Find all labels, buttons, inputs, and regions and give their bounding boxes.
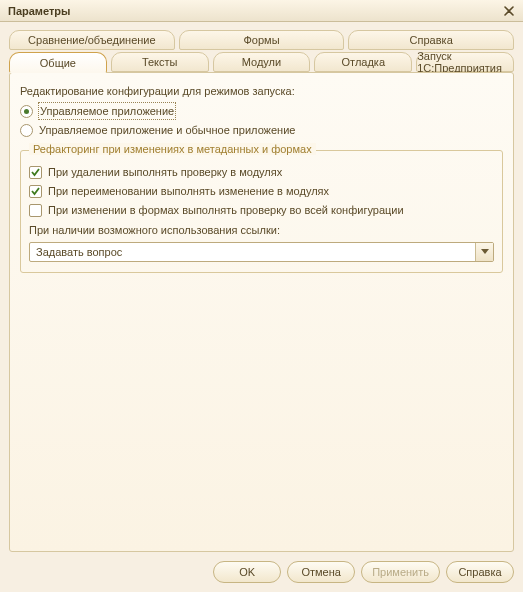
check-on-rename[interactable]: При переименовании выполнять изменение в… <box>29 183 494 199</box>
check-on-form-change[interactable]: При изменении в формах выполнять проверк… <box>29 202 494 218</box>
chevron-down-icon[interactable] <box>475 243 493 261</box>
dialog-buttons: OK Отмена Применить Справка <box>213 561 514 583</box>
radio-icon <box>20 105 33 118</box>
tab-label: Сравнение/объединение <box>28 34 156 46</box>
tabrow-upper: Сравнение/объединение Формы Справка <box>9 30 514 50</box>
button-label: OK <box>239 566 255 578</box>
tab-launch-1c[interactable]: Запуск 1С:Предприятия <box>416 52 514 72</box>
radio-label: Управляемое приложение <box>39 103 175 119</box>
group-refactoring: Рефакторинг при изменениях в метаданных … <box>20 150 503 273</box>
radio-managed-and-ordinary[interactable]: Управляемое приложение и обычное приложе… <box>20 122 503 138</box>
tabrow-lower: Общие Тексты Модули Отладка Запуск 1С:Пр… <box>9 52 514 72</box>
tab-modules[interactable]: Модули <box>213 52 311 72</box>
button-label: Справка <box>458 566 501 578</box>
tab-debug[interactable]: Отладка <box>314 52 412 72</box>
check-label: При изменении в формах выполнять проверк… <box>48 202 404 218</box>
tab-page-general: Редактирование конфигурации для режимов … <box>9 72 514 552</box>
on-ref-usage-select[interactable]: Задавать вопрос <box>29 242 494 262</box>
apply-button[interactable]: Применить <box>361 561 440 583</box>
button-label: Отмена <box>301 566 340 578</box>
tab-label: Тексты <box>142 56 178 68</box>
tab-label: Запуск 1С:Предприятия <box>417 50 513 74</box>
on-ref-usage-label: При наличии возможного использования ссы… <box>29 224 494 236</box>
close-icon[interactable] <box>501 3 517 19</box>
check-on-delete[interactable]: При удалении выполнять проверку в модуля… <box>29 164 494 180</box>
tab-label: Формы <box>243 34 279 46</box>
radio-icon <box>20 124 33 137</box>
help-button[interactable]: Справка <box>446 561 514 583</box>
titlebar: Параметры <box>0 0 523 22</box>
checkbox-icon <box>29 166 42 179</box>
cancel-button[interactable]: Отмена <box>287 561 355 583</box>
ok-button[interactable]: OK <box>213 561 281 583</box>
radio-managed-app[interactable]: Управляемое приложение <box>20 103 503 119</box>
tab-compare-merge[interactable]: Сравнение/объединение <box>9 30 175 50</box>
checkbox-icon <box>29 204 42 217</box>
check-label: При удалении выполнять проверку в модуля… <box>48 164 282 180</box>
select-value: Задавать вопрос <box>36 246 122 258</box>
tab-help[interactable]: Справка <box>348 30 514 50</box>
check-label: При переименовании выполнять изменение в… <box>48 183 329 199</box>
tab-general[interactable]: Общие <box>9 52 107 73</box>
tab-label: Справка <box>410 34 453 46</box>
tab-forms[interactable]: Формы <box>179 30 345 50</box>
tab-texts[interactable]: Тексты <box>111 52 209 72</box>
edit-modes-label: Редактирование конфигурации для режимов … <box>20 85 503 97</box>
checkbox-icon <box>29 185 42 198</box>
radio-label: Управляемое приложение и обычное приложе… <box>39 122 295 138</box>
tab-label: Отладка <box>342 56 385 68</box>
tab-label: Общие <box>40 57 76 69</box>
client-area: Сравнение/объединение Формы Справка Общи… <box>0 22 523 560</box>
tab-label: Модули <box>242 56 281 68</box>
window-title: Параметры <box>8 5 501 17</box>
button-label: Применить <box>372 566 429 578</box>
group-legend: Рефакторинг при изменениях в метаданных … <box>29 143 316 155</box>
